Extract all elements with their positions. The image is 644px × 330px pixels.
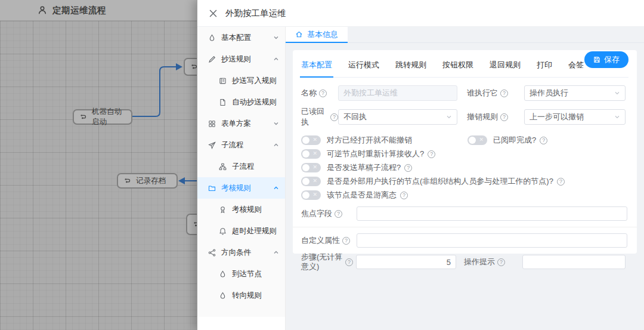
hint-label: 操作提示 [464, 257, 522, 267]
help-icon[interactable] [557, 178, 565, 186]
form-row-step-hint: 步骤(无计算意义) 操作提示 [301, 252, 628, 272]
menu-label: 子流程 [221, 140, 244, 150]
revoke-select[interactable]: 上一步可以撤销 [524, 109, 626, 125]
toggle-row-5: 该节点是否是游离态 [301, 190, 628, 201]
menu-group-assessment-rules[interactable]: 考核规则 [197, 177, 285, 199]
flow-header: 定期运维流程 [0, 0, 197, 21]
drawer-title: 外勤按工单运维 [225, 8, 286, 19]
workflow-node-icon [80, 113, 87, 121]
ctab-button-permissions[interactable]: 按钮权限 [442, 60, 473, 70]
step-label: 步骤(无计算意义) [301, 252, 356, 272]
chevron-up-icon [273, 56, 279, 62]
tab-basic-info[interactable]: 基本信息 [286, 27, 348, 43]
help-icon[interactable] [428, 150, 435, 158]
menu-item-arrival-node[interactable]: 到达节点 [197, 263, 285, 285]
folder-icon [208, 184, 216, 192]
toggle-free-state-node[interactable] [301, 190, 321, 200]
save-icon [593, 56, 600, 63]
help-icon[interactable] [345, 258, 353, 266]
menu-item-subprocess[interactable]: 子流程 [197, 156, 285, 177]
flow-node-machine-start[interactable]: 机器自动启动 [73, 109, 132, 125]
menu-item-assessment-rules[interactable]: 考核规则 [197, 199, 285, 220]
toggle-recalc-receiver[interactable] [301, 149, 321, 159]
page-tabbar: 基本信息 [286, 27, 644, 43]
hint-input[interactable] [522, 255, 626, 269]
menu-group-subprocess[interactable]: 子流程 [197, 134, 285, 156]
help-icon[interactable] [330, 113, 338, 121]
form-row-focus-field: 焦点字段 [301, 206, 628, 221]
form-row-custom-attr: 自定义属性 [301, 233, 628, 248]
form-row-receipt-revoke: 已读回执 不回执 撤销规则 [301, 106, 628, 128]
toggle-external-user-node[interactable] [301, 177, 321, 186]
help-icon[interactable] [319, 90, 327, 97]
list-icon [219, 77, 227, 85]
help-icon[interactable] [497, 258, 505, 266]
flow-node-partial-bottom[interactable] [186, 214, 197, 235]
focus-field-label: 焦点字段 [301, 208, 357, 219]
help-icon[interactable] [342, 237, 350, 245]
receipt-select[interactable]: 不回执 [338, 109, 457, 125]
ctab-return-rules[interactable]: 退回规则 [490, 60, 521, 70]
help-icon[interactable] [335, 210, 342, 218]
help-icon[interactable] [540, 137, 547, 144]
main-content: 基本信息 基本配置 运行模式 跳转规则 按钮权限 退回规则 打印 会签 [286, 27, 644, 330]
help-icon[interactable] [500, 113, 508, 121]
menu-group-direction-conditions[interactable]: 方向条件 [197, 242, 285, 263]
receipt-label: 已读回执 [301, 106, 338, 128]
grid-icon [208, 120, 216, 128]
executor-label: 谁执行它 [467, 88, 524, 98]
help-icon[interactable] [404, 164, 412, 172]
ctab-jump-rules[interactable]: 跳转规则 [395, 60, 426, 70]
toggle-label: 已阅即完成? [493, 135, 536, 146]
name-input[interactable] [338, 85, 457, 101]
menu-item-timeout-rules[interactable]: 超时处理规则 [197, 220, 285, 242]
toggle-cannot-revoke-after-open[interactable] [301, 135, 321, 145]
droplet-icon [219, 292, 227, 300]
menu-label: 抄送写入规则 [232, 76, 277, 86]
toggle-label: 对方已经打开就不能撤销 [327, 135, 412, 146]
chevron-up-icon [273, 185, 279, 191]
toggle-read-means-done[interactable] [467, 135, 487, 145]
drawer-header: 外勤按工单运维 [197, 0, 644, 27]
focus-field-input[interactable] [357, 206, 627, 221]
close-icon[interactable] [209, 10, 217, 17]
toggle-label: 可逆节点时重新计算接收人? [327, 149, 424, 159]
chevron-down-icon [273, 35, 279, 41]
revoke-label: 撤销规则 [467, 112, 524, 122]
drawer-body: 基本配置 抄送规则 [197, 27, 644, 330]
help-icon[interactable] [400, 192, 408, 199]
toggle-label: 该节点是否是游离态 [327, 190, 397, 201]
step-input[interactable] [356, 255, 456, 269]
menu-group-form-scheme[interactable]: 表单方案 [197, 113, 285, 134]
menu-label: 到达节点 [232, 269, 262, 279]
config-card: 基本配置 运行模式 跳转规则 按钮权限 退回规则 打印 会签 保存 [293, 50, 637, 254]
flow-node-label: 机器自动启动 [92, 107, 125, 127]
menu-item-cc-write-rules[interactable]: 抄送写入规则 [197, 70, 285, 91]
toggle-send-draft-subprocess[interactable] [301, 163, 321, 172]
save-button[interactable]: 保存 [584, 51, 628, 68]
executor-select[interactable]: 操作员执行 [524, 85, 626, 101]
menu-item-auto-cc-rules[interactable]: 自动抄送规则 [197, 91, 285, 113]
ctab-basic-config[interactable]: 基本配置 [301, 60, 332, 70]
file-icon [219, 98, 227, 106]
menu-label: 方向条件 [221, 248, 251, 258]
ctab-run-mode[interactable]: 运行模式 [348, 60, 379, 70]
custom-attr-label: 自定义属性 [301, 235, 357, 246]
menu-label: 子流程 [232, 162, 255, 172]
toggle-row-3: 是否发送草稿子流程? [301, 162, 628, 173]
menu-item-turn-rules[interactable]: 转向规则 [197, 285, 285, 306]
menu-label: 考核规则 [232, 205, 262, 215]
menu-group-basic-config[interactable]: 基本配置 [197, 27, 285, 48]
workflow-node-icon [191, 63, 197, 70]
flow-node-record-archive[interactable]: 记录存档 [117, 173, 178, 189]
ctab-countersign[interactable]: 会签 [568, 60, 584, 70]
menu-label: 考核规则 [221, 183, 251, 193]
flow-canvas[interactable]: 机器自动启动 [0, 21, 197, 330]
custom-attr-input[interactable] [357, 233, 627, 248]
flow-designer-panel: 定期运维流程 [0, 0, 197, 330]
menu-group-cc-rules[interactable]: 抄送规则 [197, 48, 285, 70]
org-chart-icon [219, 163, 227, 171]
ctab-print[interactable]: 打印 [537, 60, 552, 70]
help-icon[interactable] [500, 90, 508, 97]
flow-node-partial-top[interactable] [184, 58, 197, 76]
